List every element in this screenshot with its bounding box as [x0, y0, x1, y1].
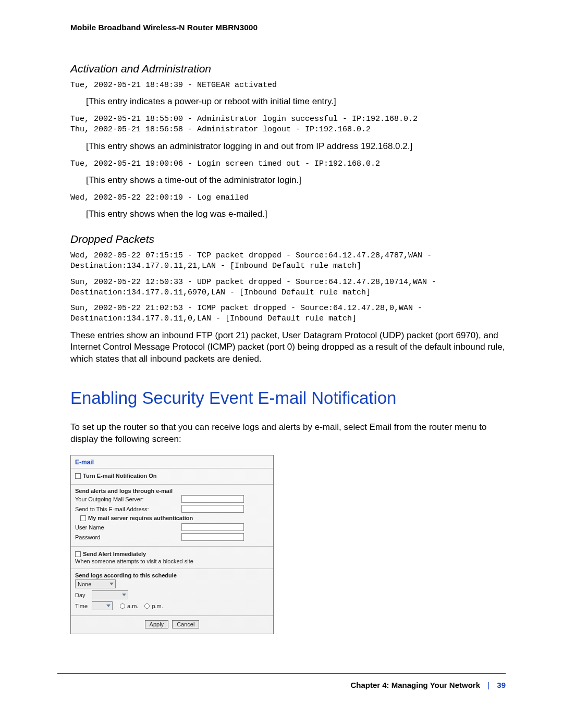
day-select[interactable] [92, 590, 128, 599]
outgoing-server-label: Your Outgoing Mail Server: [75, 496, 179, 502]
log-line: Tue, 2002-05-21 19:00:06 - Login screen … [70, 159, 506, 169]
footer-page-number: 39 [497, 681, 506, 689]
body-paragraph: To set up the router so that you can rec… [70, 422, 506, 446]
email-config-panel: E-mail Turn E-mail Notification On Send … [70, 455, 274, 634]
section-heading: Enabling Security Event E-mail Notificat… [70, 388, 506, 408]
time-label: Time [75, 603, 90, 609]
pm-radio[interactable] [144, 603, 150, 609]
day-label: Day [75, 592, 90, 598]
schedule-header: Send logs according to this schedule [75, 572, 269, 578]
username-label: User Name [75, 524, 179, 530]
footer-rule [57, 673, 506, 674]
panel-title: E-mail [71, 455, 273, 468]
username-input[interactable] [181, 523, 244, 531]
log-comment: [This entry indicates a power-up or rebo… [86, 96, 506, 108]
time-select[interactable] [92, 601, 113, 610]
page-footer: Chapter 4: Managing Your Network | 39 [350, 681, 506, 689]
footer-divider: | [487, 681, 489, 689]
log-line: Wed, 2002-05-22 07:15:15 - TCP packet dr… [70, 251, 506, 272]
am-radio[interactable] [120, 603, 125, 609]
log-comment: [This entry shows a time-out of the admi… [86, 175, 506, 187]
schedule-select[interactable]: None [75, 579, 116, 588]
subhead-activation: Activation and Administration [70, 63, 506, 75]
pm-label: p.m. [152, 603, 163, 609]
password-input[interactable] [181, 533, 244, 541]
log-line: Tue, 2002-05-21 18:48:39 - NETGEAR activ… [70, 80, 506, 91]
cancel-button[interactable]: Cancel [172, 620, 199, 628]
alert-description: When someone attempts to visit a blocked… [75, 558, 269, 564]
turn-on-checkbox[interactable] [75, 473, 81, 479]
send-to-address-label: Send to This E-mail Address: [75, 506, 179, 512]
apply-button[interactable]: Apply [145, 620, 169, 628]
running-header: Mobile Broadband Wireless-N Router MBRN3… [70, 23, 506, 32]
log-line: Tue, 2002-05-21 18:55:00 - Administrator… [70, 114, 506, 135]
outgoing-server-input[interactable] [181, 495, 244, 503]
log-comment: [This entry shows an administrator loggi… [86, 141, 506, 153]
password-label: Password [75, 534, 179, 540]
auth-required-label: My mail server requires authentication [88, 515, 193, 521]
auth-required-checkbox[interactable] [80, 515, 86, 521]
am-label: a.m. [127, 603, 138, 609]
send-alert-immediately-checkbox[interactable] [75, 551, 81, 557]
subhead-dropped: Dropped Packets [70, 233, 506, 245]
body-paragraph: These entries show an inbound FTP (port … [70, 330, 506, 366]
send-alerts-header: Send alerts and logs through e-mail [75, 488, 269, 494]
log-line: Wed, 2002-05-22 22:00:19 - Log emailed [70, 193, 506, 203]
send-to-address-input[interactable] [181, 505, 244, 513]
send-alert-immediately-label: Send Alert Immediately [83, 551, 146, 557]
log-line: Sun, 2002-05-22 12:50:33 - UDP packet dr… [70, 277, 506, 299]
turn-on-label: Turn E-mail Notification On [83, 473, 157, 479]
log-line: Sun, 2002-05-22 21:02:53 - ICMP packet d… [70, 303, 506, 325]
footer-chapter: Chapter 4: Managing Your Network [350, 681, 480, 689]
log-comment: [This entry shows when the log was e-mai… [86, 208, 506, 220]
